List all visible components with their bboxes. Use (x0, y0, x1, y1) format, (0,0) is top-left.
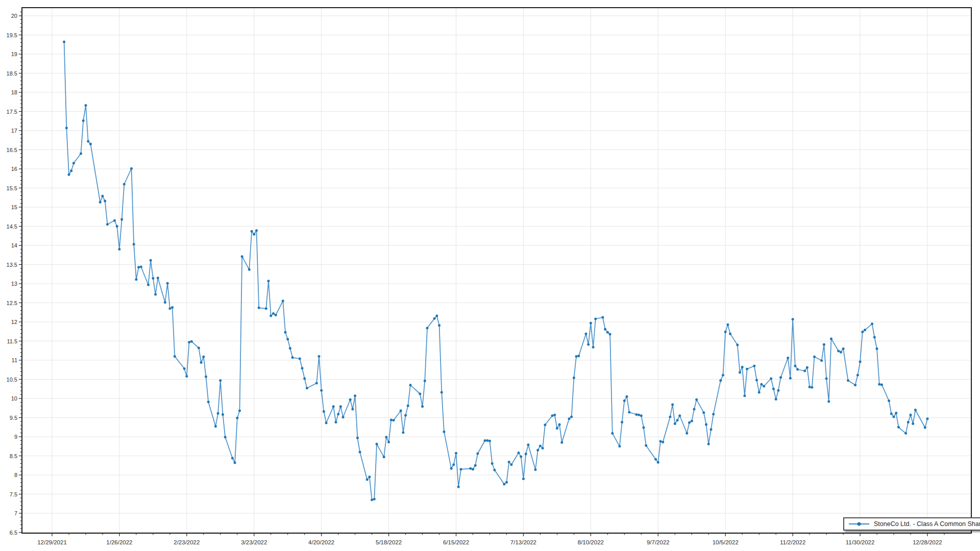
data-point[interactable] (520, 456, 522, 458)
data-point[interactable] (840, 351, 842, 354)
data-point[interactable] (82, 119, 85, 122)
data-point[interactable] (152, 277, 154, 280)
data-point[interactable] (89, 143, 92, 145)
data-point[interactable] (85, 104, 87, 107)
data-point[interactable] (590, 322, 592, 324)
data-point[interactable] (724, 331, 727, 333)
data-point[interactable] (474, 464, 477, 467)
data-point[interactable] (606, 331, 609, 334)
data-point[interactable] (753, 365, 755, 367)
data-point[interactable] (118, 248, 120, 251)
data-point[interactable] (794, 365, 796, 367)
data-point[interactable] (508, 461, 510, 463)
data-point[interactable] (299, 358, 301, 360)
data-point[interactable] (671, 404, 674, 406)
data-point[interactable] (87, 140, 89, 143)
data-point[interactable] (70, 169, 72, 172)
data-point[interactable] (301, 367, 304, 369)
data-point[interactable] (910, 414, 912, 416)
data-point[interactable] (476, 453, 479, 455)
data-point[interactable] (219, 379, 222, 382)
data-point[interactable] (722, 374, 724, 377)
data-point[interactable] (621, 421, 623, 423)
data-point[interactable] (491, 462, 494, 465)
data-point[interactable] (373, 498, 376, 500)
data-point[interactable] (536, 449, 539, 452)
data-point[interactable] (202, 356, 205, 358)
data-point[interactable] (861, 331, 864, 333)
data-point[interactable] (691, 420, 693, 422)
data-point[interactable] (486, 439, 488, 442)
data-point[interactable] (236, 417, 238, 419)
data-point[interactable] (587, 343, 590, 346)
data-point[interactable] (758, 391, 761, 394)
data-point[interactable] (72, 162, 75, 164)
data-point[interactable] (337, 413, 339, 415)
data-point[interactable] (924, 427, 926, 429)
data-point[interactable] (339, 405, 342, 408)
data-point[interactable] (393, 419, 395, 421)
data-point[interactable] (907, 421, 910, 423)
data-point[interactable] (558, 423, 561, 426)
data-point[interactable] (450, 467, 453, 470)
data-point[interactable] (626, 395, 628, 398)
data-point[interactable] (133, 243, 135, 245)
data-point[interactable] (685, 432, 688, 435)
data-point[interactable] (811, 386, 813, 389)
data-point[interactable] (645, 444, 647, 447)
data-point[interactable] (710, 428, 713, 431)
data-point[interactable] (719, 379, 722, 382)
data-point[interactable] (859, 361, 862, 363)
data-point[interactable] (755, 379, 758, 382)
data-point[interactable] (238, 410, 241, 412)
data-point[interactable] (342, 416, 345, 418)
data-point[interactable] (618, 445, 621, 447)
data-point[interactable] (904, 432, 907, 435)
data-point[interactable] (318, 355, 321, 358)
data-point[interactable] (777, 389, 779, 392)
data-point[interactable] (130, 167, 133, 170)
data-point[interactable] (847, 379, 849, 382)
data-point[interactable] (231, 457, 234, 460)
data-point[interactable] (469, 467, 472, 470)
data-point[interactable] (383, 456, 385, 458)
data-point[interactable] (99, 201, 102, 204)
data-point[interactable] (575, 355, 578, 358)
data-point[interactable] (534, 468, 537, 471)
data-point[interactable] (205, 375, 207, 378)
data-point[interactable] (779, 376, 782, 379)
data-point[interactable] (137, 266, 140, 268)
data-point[interactable] (837, 350, 840, 353)
data-point[interactable] (426, 327, 429, 330)
data-point[interactable] (419, 393, 421, 395)
data-point[interactable] (214, 425, 217, 428)
data-point[interactable] (457, 486, 460, 488)
data-point[interactable] (368, 475, 371, 478)
data-point[interactable] (573, 377, 575, 379)
data-point[interactable] (746, 368, 748, 370)
data-point[interactable] (272, 312, 275, 315)
data-point[interactable] (400, 410, 402, 412)
data-point[interactable] (914, 409, 917, 411)
data-point[interactable] (678, 414, 681, 417)
data-point[interactable] (147, 284, 150, 286)
data-point[interactable] (808, 386, 811, 388)
data-point[interactable] (505, 481, 508, 484)
data-point[interactable] (568, 417, 571, 420)
data-point[interactable] (120, 218, 123, 221)
data-point[interactable] (123, 183, 126, 186)
data-point[interactable] (890, 413, 893, 415)
data-point[interactable] (601, 316, 604, 319)
data-point[interactable] (702, 411, 705, 414)
data-point[interactable] (168, 307, 171, 310)
data-point[interactable] (183, 367, 186, 370)
data-point[interactable] (897, 426, 900, 429)
data-point[interactable] (472, 468, 474, 470)
data-point[interactable] (609, 333, 611, 336)
data-point[interactable] (116, 225, 118, 228)
data-point[interactable] (712, 413, 715, 415)
data-point[interactable] (726, 323, 729, 326)
data-point[interactable] (556, 427, 558, 430)
data-point[interactable] (871, 322, 873, 325)
data-point[interactable] (873, 336, 876, 339)
